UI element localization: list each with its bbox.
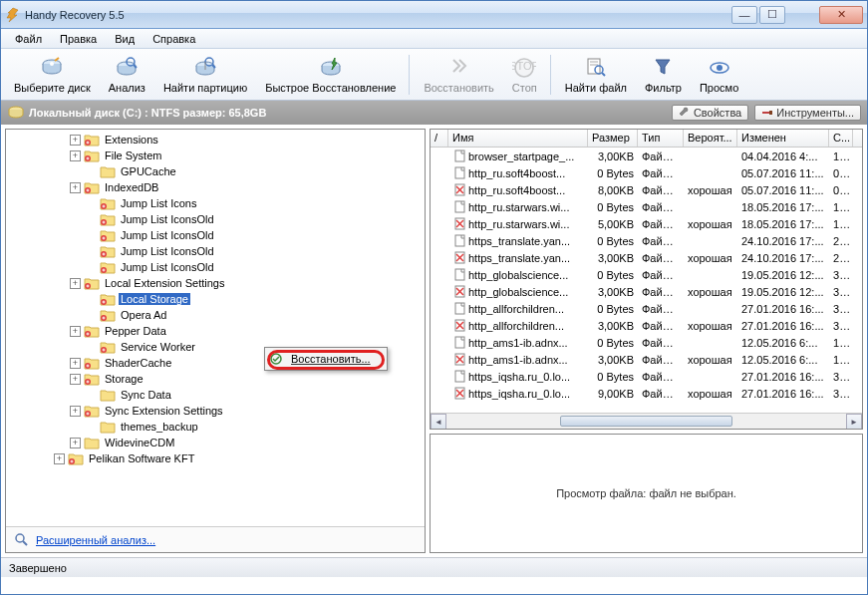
window-title: Handy Recovery 5.5 (25, 9, 731, 21)
folder-tree[interactable]: +Extensions+File SystemGPUCache+IndexedD… (6, 130, 425, 526)
tree-item[interactable]: +WidevineCDM (6, 435, 425, 450)
maximize-button[interactable]: ☐ (759, 6, 785, 24)
tree-item[interactable]: +Pepper Data (6, 323, 425, 339)
filter-icon (651, 56, 675, 80)
scroll-left-arrow[interactable]: ◄ (431, 414, 446, 430)
file-row[interactable]: http_allforchildren...0 BytesФайл "...27… (431, 300, 862, 317)
column-header[interactable]: Изменен (737, 130, 829, 147)
column-header[interactable]: Размер (588, 130, 638, 147)
preview-empty-text: Просмотр файла: файл не выбран. (556, 487, 736, 499)
tree-item[interactable]: Sync Data (6, 387, 425, 403)
file-row[interactable]: http_ru.soft4boost...8,00KBФайл "...хоро… (431, 181, 862, 198)
expander-icon[interactable]: + (70, 358, 81, 369)
tree-pane: +Extensions+File SystemGPUCache+IndexedD… (5, 129, 426, 553)
tree-item[interactable]: Jump List IconsOld (6, 259, 425, 275)
toolbar-stop-button: STOPСтоп (503, 51, 546, 99)
tree-item[interactable]: Jump List Icons (6, 195, 425, 211)
close-button[interactable]: ✕ (819, 6, 863, 24)
tree-item[interactable]: +Extensions (6, 132, 425, 148)
folder-icon (84, 357, 100, 370)
toolbar-disk-fast-button[interactable]: Быстрое Восстановление (256, 51, 405, 99)
minimize-button[interactable]: — (731, 6, 757, 24)
expander-icon[interactable]: + (70, 135, 81, 146)
folder-icon (84, 149, 100, 162)
folder-icon (84, 405, 100, 418)
tree-item[interactable]: Jump List IconsOld (6, 227, 425, 243)
menu-help[interactable]: Справка (145, 31, 203, 47)
list-body[interactable]: browser_startpage_...3,00KBФайл "...04.0… (431, 148, 862, 413)
tree-item[interactable]: themes_backup (6, 419, 425, 435)
column-header[interactable]: Имя (448, 130, 588, 147)
toolbar-disk-search-button[interactable]: Анализ (100, 51, 154, 99)
folder-icon (84, 134, 100, 147)
tree-item[interactable]: +File System (6, 148, 425, 163)
svg-rect-84 (455, 235, 464, 246)
menu-file[interactable]: Файл (7, 31, 50, 47)
column-header[interactable]: Тип (638, 130, 684, 147)
tree-item[interactable]: Jump List IconsOld (6, 243, 425, 259)
file-row[interactable]: http_ams1-ib.adnx...3,00KBФайл "...хорош… (431, 351, 862, 368)
scroll-thumb[interactable] (560, 416, 732, 427)
expander-icon[interactable]: + (70, 278, 81, 289)
advanced-analysis-link[interactable]: Расширенный анализ... (36, 534, 155, 546)
scroll-right-arrow[interactable]: ► (846, 414, 862, 430)
svg-line-16 (602, 73, 605, 76)
file-row[interactable]: http_allforchildren...3,00KBФайл "...хор… (431, 317, 862, 334)
folder-icon (68, 452, 84, 465)
file-row[interactable]: http_ams1-ib.adnx...0 BytesФайл "...12.0… (431, 334, 862, 351)
expander-icon[interactable]: + (70, 438, 81, 448)
context-restore-item[interactable]: Восстановить... (267, 350, 385, 368)
file-row[interactable]: browser_startpage_...3,00KBФайл "...04.0… (431, 148, 862, 164)
expander-icon[interactable]: + (54, 453, 65, 464)
file-icon (452, 200, 466, 214)
toolbar-filter-button[interactable]: Фильтр (636, 51, 691, 99)
folder-icon (100, 421, 116, 434)
menu-view[interactable]: Вид (107, 31, 143, 47)
disk-search-icon (115, 56, 139, 80)
expander-icon[interactable]: + (70, 326, 81, 337)
svg-rect-76 (455, 167, 464, 178)
file-row[interactable]: http_ru.soft4boost...0 BytesФайл "...05.… (431, 164, 862, 181)
expander-icon[interactable]: + (70, 150, 81, 161)
file-row[interactable]: http_ru.starwars.wi...5,00KBФайл "...хор… (431, 215, 862, 232)
column-header[interactable]: / (431, 130, 448, 147)
toolbar-disk-button[interactable]: Выберите диск (5, 51, 100, 99)
toolbar-eye-button[interactable]: Просмо (691, 51, 747, 99)
folder-icon (100, 245, 116, 258)
expander-icon[interactable]: + (70, 406, 81, 417)
file-row[interactable]: http_globalscience...0 BytesФайл "...19.… (431, 266, 862, 283)
winbtn-spacer (787, 6, 817, 24)
context-menu[interactable]: Восстановить... (264, 347, 388, 371)
column-header[interactable]: С... (829, 130, 853, 147)
horizontal-scrollbar[interactable]: ◄ ► (431, 413, 862, 429)
file-row[interactable]: https_translate.yan...3,00KBФайл "...хор… (431, 249, 862, 266)
folder-icon (100, 261, 116, 274)
tree-item[interactable]: Opera Ad (6, 307, 425, 323)
tree-item[interactable]: +Sync Extension Settings (6, 403, 425, 419)
properties-button[interactable]: Свойства (672, 105, 748, 121)
toolbar-disk-part-button[interactable]: Найти партицию (154, 51, 256, 99)
tools-button[interactable]: Инструменты... (754, 105, 861, 121)
file-row[interactable]: http_ru.starwars.wi...0 BytesФайл "...18… (431, 198, 862, 215)
status-text: Завершено (9, 562, 67, 574)
folder-icon (84, 437, 100, 449)
expander-icon[interactable]: + (70, 182, 81, 193)
file-row[interactable]: https_iqsha.ru_0.lo...9,00KBФайл "...хор… (431, 385, 862, 402)
tree-item[interactable]: GPUCache (6, 163, 425, 179)
menu-edit[interactable]: Правка (52, 31, 105, 47)
tree-item[interactable]: +Local Extension Settings (6, 275, 425, 291)
toolbar-find-button[interactable]: Найти файл (556, 51, 636, 99)
tree-item[interactable]: +Pelikan Software KFT (6, 450, 425, 466)
tree-item[interactable]: +Storage (6, 371, 425, 387)
expander-icon[interactable]: + (70, 374, 81, 385)
tree-item[interactable]: +IndexedDB (6, 179, 425, 195)
file-row[interactable]: http_globalscience...3,00KBФайл "...хоро… (431, 283, 862, 300)
tree-item[interactable]: Jump List IconsOld (6, 211, 425, 227)
column-header[interactable]: Вероят... (684, 130, 737, 147)
statusbar: Завершено (1, 557, 867, 577)
folder-icon (84, 277, 100, 290)
tree-item[interactable]: Local Storage (6, 291, 425, 307)
file-row[interactable]: https_iqsha.ru_0.lo...0 BytesФайл "...27… (431, 368, 862, 385)
file-row[interactable]: https_translate.yan...0 BytesФайл "...24… (431, 232, 862, 249)
svg-rect-75 (455, 150, 464, 161)
